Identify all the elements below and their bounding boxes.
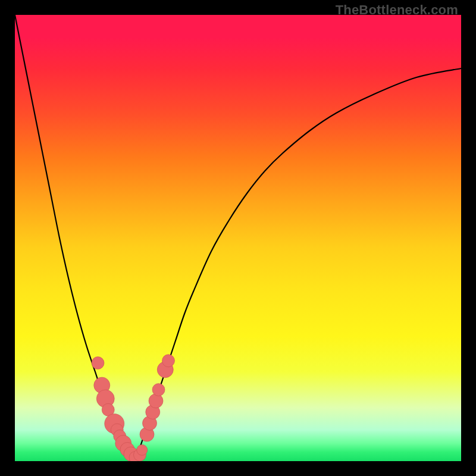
left-curve <box>15 15 136 459</box>
data-dot <box>111 424 123 436</box>
right-curve <box>136 68 462 459</box>
data-dot <box>143 416 157 430</box>
chart-frame: TheBottleneck.com <box>0 0 476 476</box>
data-dot <box>115 436 131 452</box>
data-dot <box>105 414 124 434</box>
data-dot <box>124 447 138 461</box>
plot-area <box>15 15 461 461</box>
data-dot <box>96 390 114 408</box>
data-dot <box>137 444 148 455</box>
data-dot <box>120 443 134 457</box>
data-dot <box>92 357 104 369</box>
data-dot <box>152 384 165 396</box>
chart-svg <box>15 15 461 461</box>
data-dot <box>129 452 142 462</box>
scatter-dots <box>92 355 175 461</box>
data-dot <box>149 394 163 408</box>
data-dot <box>162 355 175 367</box>
watermark-text: TheBottleneck.com <box>336 2 458 18</box>
data-dot <box>102 403 114 416</box>
data-dot <box>114 430 126 443</box>
data-dot <box>140 427 154 441</box>
data-dot <box>146 405 160 419</box>
data-dot <box>94 377 110 393</box>
data-dot <box>157 362 173 378</box>
data-dot <box>134 449 146 461</box>
